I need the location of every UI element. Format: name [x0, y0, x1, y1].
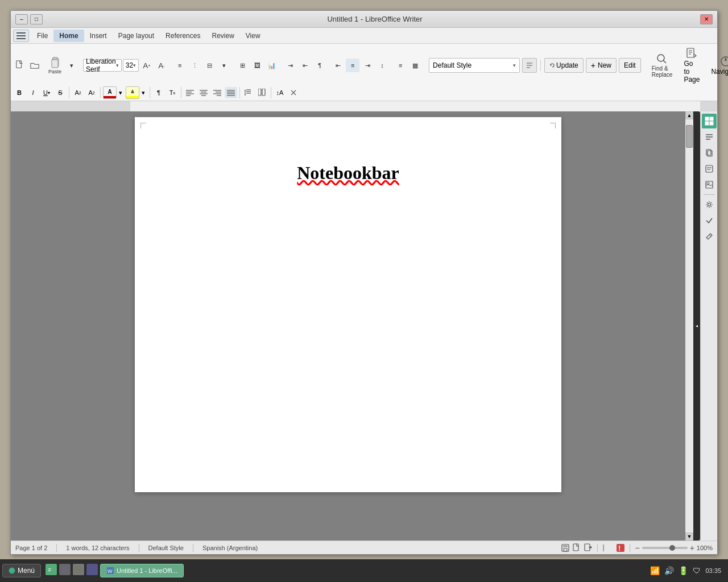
zoom-increase-button[interactable]: +	[690, 543, 694, 552]
align-center-button[interactable]: ≡	[346, 59, 359, 72]
maximize-button[interactable]: □	[30, 14, 43, 24]
sidebar-navigator-button[interactable]	[702, 161, 717, 176]
go-to-page-button[interactable]: Go to Page	[680, 45, 704, 85]
bold-button[interactable]: B	[13, 87, 26, 98]
zoom-thumb[interactable]	[669, 545, 675, 551]
menu-page-layout[interactable]: Page layout	[113, 30, 160, 42]
font-name-dropdown[interactable]: Liberation Serif ▾	[83, 59, 122, 72]
vertical-scrollbar[interactable]: ▲ ▼	[685, 111, 693, 541]
taskbar-app-2[interactable]	[59, 564, 71, 575]
spelling-status-icon[interactable]: !	[616, 543, 625, 552]
line-spacing-button[interactable]: ≡	[394, 59, 407, 72]
font-size-dropdown[interactable]: 32 ▾	[123, 59, 139, 72]
sidebar-toggle-button[interactable]	[13, 30, 29, 42]
menu-insert[interactable]: Insert	[84, 30, 113, 42]
collapse-panel-handle[interactable]: ◂	[693, 111, 700, 541]
align-right-button[interactable]: ⇥	[361, 59, 374, 72]
decrease-indent-button[interactable]: ⇤	[298, 59, 312, 72]
font-size-decrease-button[interactable]: A-	[155, 59, 168, 72]
unordered-list-button[interactable]: ≡	[173, 59, 187, 72]
sort-button[interactable]: ↕A	[274, 87, 286, 98]
list-dropdown-button[interactable]: ▾	[217, 59, 231, 72]
italic-button[interactable]: I	[27, 87, 39, 98]
align-left-btn2[interactable]	[184, 87, 196, 98]
ordered-list-button[interactable]: ⋮	[188, 59, 201, 72]
export-icon[interactable]	[584, 543, 593, 552]
volume-icon[interactable]: 🔊	[664, 566, 674, 575]
network-icon[interactable]: 📶	[650, 566, 660, 575]
outline-list-button[interactable]: ⊟	[202, 59, 216, 72]
subscript-button[interactable]: A2	[72, 87, 84, 98]
sidebar-settings-button[interactable]	[702, 197, 717, 212]
scroll-track[interactable]	[685, 119, 693, 533]
paragraph-style-button[interactable]: ¶	[152, 87, 165, 98]
document-page[interactable]: Notebookbar	[135, 117, 561, 492]
sidebar-tools-button[interactable]	[702, 229, 717, 244]
strikethrough-button[interactable]: S	[54, 87, 67, 98]
highlight-dropdown-button[interactable]: ▾	[139, 87, 147, 98]
highlight-color-button[interactable]	[126, 86, 139, 99]
style-update-button[interactable]: Update	[544, 58, 584, 73]
menu-file[interactable]: File	[31, 30, 53, 42]
menu-view[interactable]: View	[240, 30, 266, 42]
align-center-btn2[interactable]	[197, 87, 210, 98]
columns-button[interactable]: ▦	[408, 59, 422, 72]
align-right-btn2[interactable]	[211, 87, 224, 98]
insert-table-button[interactable]: ⊞	[235, 59, 249, 72]
document-scroll-area[interactable]: Notebookbar	[11, 111, 685, 541]
navigator-button[interactable]: Navigator	[707, 53, 728, 77]
menu-review[interactable]: Review	[206, 30, 239, 42]
scroll-down-button[interactable]: ▼	[685, 533, 693, 541]
paragraph-spacing-button[interactable]: ↕	[375, 59, 389, 72]
sidebar-pages-button[interactable]	[702, 146, 717, 160]
menu-home[interactable]: Home	[53, 30, 84, 42]
show-formatting-button[interactable]: ¶	[313, 59, 326, 72]
taskbar-app-3[interactable]	[73, 564, 84, 575]
paste-button[interactable]: Paste	[46, 56, 64, 74]
sidebar-check-button[interactable]	[702, 213, 717, 228]
align-left-button[interactable]: ⇤	[331, 59, 345, 72]
columns-btn2[interactable]	[256, 87, 268, 98]
battery-icon[interactable]: 🔋	[679, 566, 688, 575]
document-content[interactable]: Notebookbar	[177, 163, 519, 184]
style-list-button[interactable]	[522, 58, 537, 73]
taskbar-app-1[interactable]: F	[46, 564, 57, 575]
delete-row-button[interactable]	[287, 87, 300, 98]
insert-image-button[interactable]: 🖼	[250, 59, 264, 72]
sidebar-properties-button[interactable]	[702, 114, 717, 128]
minimize-button[interactable]: –	[15, 14, 28, 24]
style-new-button[interactable]: + New	[586, 58, 617, 73]
new-doc-button[interactable]	[13, 59, 27, 72]
paste-dropdown-button[interactable]: ▾	[65, 59, 78, 72]
save-status-icon[interactable]	[561, 543, 570, 552]
increase-indent-button[interactable]: ⇥	[283, 59, 297, 72]
start-button[interactable]: Menú	[2, 564, 41, 577]
clear-format-button[interactable]: Tx	[166, 87, 179, 98]
font-size-increase-button[interactable]: A+	[140, 59, 154, 72]
style-dropdown[interactable]: Default Style ▾	[429, 58, 520, 73]
font-color-button[interactable]: A	[103, 86, 117, 99]
justify-btn[interactable]	[225, 87, 237, 98]
taskbar-writer-item[interactable]: W Untitled 1 - LibreOffi...	[100, 564, 184, 577]
sidebar-styles-button[interactable]	[702, 130, 717, 144]
open-button[interactable]	[28, 59, 42, 72]
scroll-thumb[interactable]	[686, 125, 693, 148]
superscript-button[interactable]: A2	[85, 87, 98, 98]
scroll-up-button[interactable]: ▲	[685, 111, 693, 119]
sidebar-gallery-button[interactable]	[702, 177, 717, 192]
taskbar-app-4[interactable]	[86, 564, 98, 575]
line-spacing-btn2[interactable]	[242, 87, 255, 98]
doc-status-icon[interactable]	[572, 543, 581, 552]
collapse-arrow-icon: ◂	[694, 323, 700, 329]
underline-button[interactable]: U ▾	[40, 87, 53, 98]
insert-chart-button[interactable]: 📊	[265, 59, 279, 72]
style-edit-button[interactable]: Edit	[619, 58, 641, 73]
zoom-decrease-button[interactable]: −	[635, 543, 639, 552]
zoom-track[interactable]	[642, 547, 688, 549]
security-icon[interactable]: 🛡	[693, 566, 701, 575]
close-button[interactable]: ✕	[700, 14, 713, 24]
font-color-dropdown-button[interactable]: ▾	[117, 87, 125, 98]
find-replace-button[interactable]: Find & Replace	[648, 51, 677, 80]
menu-references[interactable]: References	[160, 30, 206, 42]
window-title: Untitled 1 - LibreOffice Writer	[49, 15, 700, 23]
